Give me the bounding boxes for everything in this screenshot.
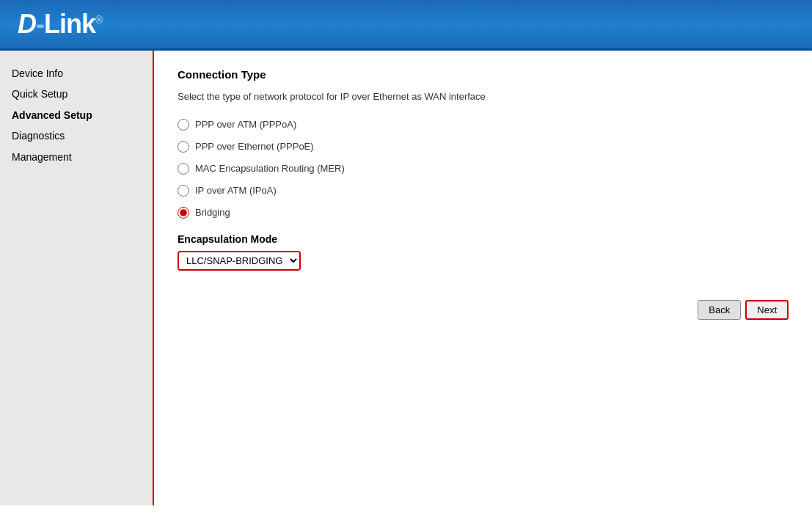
encapsulation-select-wrapper: LLC/SNAP-BRIDGING VC/MUX [178, 251, 301, 271]
description-text: Select the type of network protocol for … [178, 89, 789, 104]
encapsulation-label: Encapsulation Mode [178, 233, 789, 245]
radio-option-ipoa: IP over ATM (IPoA) [178, 185, 789, 197]
radio-option-pppoe: PPP over Ethernet (PPPoE) [178, 141, 789, 153]
encapsulation-section: Encapsulation Mode LLC/SNAP-BRIDGING VC/… [178, 233, 789, 271]
radio-option-pppoa: PPP over ATM (PPPoA) [178, 119, 789, 131]
radio-label-ipoa: IP over ATM (IPoA) [195, 185, 277, 196]
sidebar: Device Info Quick Setup Advanced Setup D… [0, 51, 154, 505]
radio-bridging[interactable] [178, 207, 189, 219]
radio-mer[interactable] [178, 163, 189, 175]
sidebar-item-management[interactable]: Management [12, 149, 141, 165]
sidebar-item-diagnostics[interactable]: Diagnostics [12, 128, 141, 144]
sidebar-item-device-info[interactable]: Device Info [12, 65, 141, 81]
radio-ipoa[interactable] [178, 185, 189, 197]
radio-pppoe[interactable] [178, 141, 189, 153]
button-row: Back Next [178, 300, 789, 320]
main-layout: Device Info Quick Setup Advanced Setup D… [0, 51, 812, 505]
radio-label-bridging: Bridging [195, 207, 230, 218]
radio-option-bridging: Bridging [178, 207, 789, 219]
encapsulation-select[interactable]: LLC/SNAP-BRIDGING VC/MUX [179, 252, 299, 269]
radio-label-pppoe: PPP over Ethernet (PPPoE) [195, 141, 314, 152]
radio-label-mer: MAC Encapsulation Routing (MER) [195, 163, 345, 174]
radio-option-mer: MAC Encapsulation Routing (MER) [178, 163, 789, 175]
content-area: Connection Type Select the type of netwo… [154, 51, 812, 505]
radio-pppoa[interactable] [178, 119, 189, 131]
logo: D-Link® [18, 9, 794, 40]
back-button[interactable]: Back [698, 300, 741, 320]
section-title: Connection Type [178, 68, 789, 81]
radio-group-connection-type: PPP over ATM (PPPoA) PPP over Ethernet (… [178, 119, 789, 219]
next-button[interactable]: Next [745, 300, 789, 320]
header: D-Link® [0, 0, 812, 51]
radio-label-pppoa: PPP over ATM (PPPoA) [195, 119, 296, 130]
sidebar-item-advanced-setup[interactable]: Advanced Setup [12, 107, 141, 123]
sidebar-item-quick-setup[interactable]: Quick Setup [12, 86, 141, 102]
